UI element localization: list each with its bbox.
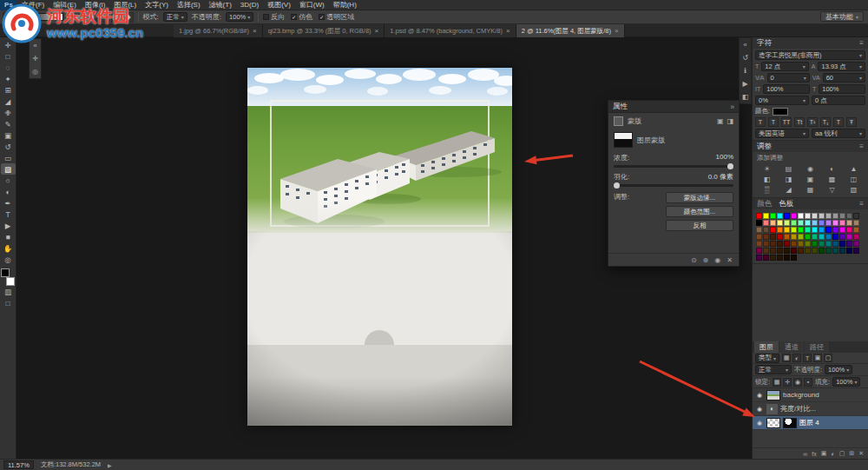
- color-swatch-67[interactable]: [805, 241, 811, 247]
- mask-edge-button[interactable]: 蒙版边缘...: [666, 192, 733, 203]
- color-swatch-23[interactable]: [812, 220, 818, 226]
- tab-channels[interactable]: 通道: [779, 341, 804, 353]
- color-swatch-56[interactable]: [832, 234, 838, 240]
- levels-icon[interactable]: ▤: [778, 163, 799, 174]
- type-style-button-1[interactable]: T: [768, 117, 779, 127]
- visibility-icon[interactable]: ◉: [755, 406, 764, 413]
- menu-item-4[interactable]: 文字(Y): [141, 0, 173, 10]
- color-swatch-33[interactable]: [777, 227, 783, 233]
- color-swatch-81[interactable]: [798, 248, 804, 254]
- filter-icon-3[interactable]: ▣: [813, 354, 822, 362]
- color-swatch-94[interactable]: [784, 255, 790, 261]
- font-size-select[interactable]: 12 点▾: [761, 62, 809, 71]
- option-checkbox-反向[interactable]: 反向: [263, 12, 285, 22]
- blur-tool[interactable]: ○: [1, 175, 16, 186]
- disable-mask-icon[interactable]: ◉: [714, 256, 720, 264]
- color-swatch-78[interactable]: [777, 248, 783, 254]
- color-swatch-44[interactable]: [853, 227, 859, 233]
- color-swatch-20[interactable]: [791, 220, 797, 226]
- color-swatch-93[interactable]: [777, 255, 783, 261]
- layer-row-adjustment[interactable]: ◉ ◐ 亮度/对比...: [753, 402, 868, 416]
- color-swatch-8[interactable]: [812, 213, 818, 219]
- color-swatch-49[interactable]: [784, 234, 790, 240]
- color-swatch-10[interactable]: [825, 213, 832, 219]
- density-slider[interactable]: [614, 165, 733, 168]
- color-swatch-73[interactable]: [846, 241, 852, 247]
- type-tool[interactable]: T: [1, 209, 16, 220]
- filter-icon-1[interactable]: ◐: [792, 354, 801, 362]
- color-swatch-16[interactable]: [763, 220, 769, 226]
- color-swatch-75[interactable]: [756, 248, 762, 254]
- color-swatch-41[interactable]: [832, 227, 838, 233]
- color-swatch-85[interactable]: [825, 248, 832, 254]
- panel-menu-icon[interactable]: ≡: [859, 39, 864, 47]
- layer-row-background[interactable]: ◉ background: [753, 388, 868, 402]
- color-swatch-43[interactable]: [846, 227, 852, 233]
- opacity-dropdown[interactable]: 100% ▾: [226, 12, 253, 22]
- color-swatch-47[interactable]: [770, 234, 776, 240]
- color-swatch-70[interactable]: [825, 241, 832, 247]
- color-swatch-84[interactable]: [819, 248, 825, 254]
- adjustment-layer-icon[interactable]: ◐: [766, 404, 778, 414]
- color-swatch-45[interactable]: [756, 234, 762, 240]
- threshold-icon[interactable]: ▽: [821, 184, 843, 195]
- type-style-button-5[interactable]: T₁: [820, 117, 831, 127]
- vibrance-icon[interactable]: ▲: [843, 163, 865, 174]
- color-swatch-89[interactable]: [853, 248, 859, 254]
- color-swatch-0[interactable]: [756, 213, 762, 219]
- color-swatch-9[interactable]: [819, 213, 825, 219]
- lock-icon-1[interactable]: ✛: [783, 378, 792, 387]
- color-swatch-64[interactable]: [784, 241, 790, 247]
- layer-row-layer4[interactable]: ◉ 图层 4: [753, 416, 868, 430]
- color-swatch-40[interactable]: [825, 227, 832, 233]
- color-swatch-95[interactable]: [791, 255, 797, 261]
- delete-layer-icon[interactable]: ✕: [858, 450, 864, 457]
- color-swatch-22[interactable]: [805, 220, 811, 226]
- load-selection-icon[interactable]: ⊙: [691, 256, 697, 264]
- curves-icon[interactable]: ◉: [799, 163, 821, 174]
- color-swatch-87[interactable]: [839, 248, 845, 254]
- collapse-panel-icon[interactable]: »: [730, 103, 734, 111]
- option-checkbox-仿色[interactable]: ✓仿色: [291, 12, 312, 22]
- hand-tool[interactable]: ✋: [1, 242, 16, 254]
- exposure-icon[interactable]: ◐: [821, 163, 843, 174]
- visibility-icon[interactable]: ◉: [755, 392, 764, 399]
- color-swatch-39[interactable]: [819, 227, 825, 233]
- status-menu-arrow-icon[interactable]: ▶: [108, 462, 112, 468]
- background-color-chip[interactable]: [6, 277, 15, 286]
- eyedropper-tool[interactable]: ◢: [1, 96, 16, 107]
- text-color-swatch[interactable]: [773, 108, 788, 116]
- color-swatch-18[interactable]: [777, 220, 783, 226]
- type-style-button-4[interactable]: T¹: [807, 117, 818, 127]
- layer-filter-dropdown[interactable]: 类型 ▾: [755, 354, 779, 363]
- type-style-button-0[interactable]: T: [755, 117, 766, 127]
- leading-select[interactable]: 13.93 点▾: [818, 62, 865, 71]
- menu-item-8[interactable]: 视图(V): [263, 0, 295, 10]
- apply-mask-icon[interactable]: ⊕: [703, 256, 709, 264]
- vector-mask-icon[interactable]: ◨: [727, 117, 733, 125]
- new-group-icon[interactable]: ▢: [839, 450, 845, 457]
- filter-icon-0[interactable]: ▦: [782, 354, 791, 362]
- color-swatch-11[interactable]: [832, 213, 838, 219]
- tab-layers[interactable]: 图层: [754, 341, 779, 353]
- color-swatch-31[interactable]: [763, 227, 769, 233]
- type-style-button-2[interactable]: TT: [781, 117, 792, 127]
- color-swatch-24[interactable]: [819, 220, 825, 226]
- delete-mask-icon[interactable]: ✕: [727, 256, 733, 264]
- color-balance-icon[interactable]: ◨: [778, 174, 799, 184]
- link-layers-icon[interactable]: ∞: [803, 451, 807, 457]
- photo-filter-icon[interactable]: ▩: [821, 174, 843, 184]
- vertical-scale-field[interactable]: 100%: [763, 84, 810, 94]
- color-swatch-52[interactable]: [805, 234, 811, 240]
- layer-thumbnail[interactable]: [766, 418, 780, 428]
- color-range-button[interactable]: 颜色范围...: [666, 206, 733, 217]
- add-mask-icon[interactable]: ▣: [821, 450, 827, 457]
- marquee-tool[interactable]: □: [1, 50, 16, 62]
- color-swatch-21[interactable]: [798, 220, 804, 226]
- color-swatch-42[interactable]: [839, 227, 845, 233]
- posterize-icon[interactable]: ▦: [799, 184, 821, 195]
- document-tab-2[interactable]: 1.psd @ 8.47% (background, CMYK/8)×: [385, 24, 516, 37]
- layer-mask-thumbnail[interactable]: [614, 132, 633, 148]
- color-swatch-82[interactable]: [805, 248, 811, 254]
- horizontal-scale-field[interactable]: 100%: [819, 84, 865, 94]
